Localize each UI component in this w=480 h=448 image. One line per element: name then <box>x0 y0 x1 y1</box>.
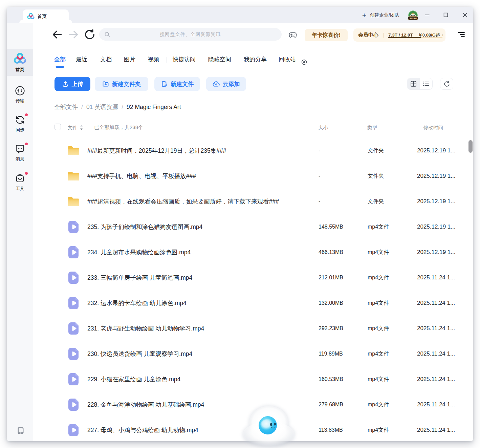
svg-text:SVIP6: SVIP6 <box>409 17 417 20</box>
